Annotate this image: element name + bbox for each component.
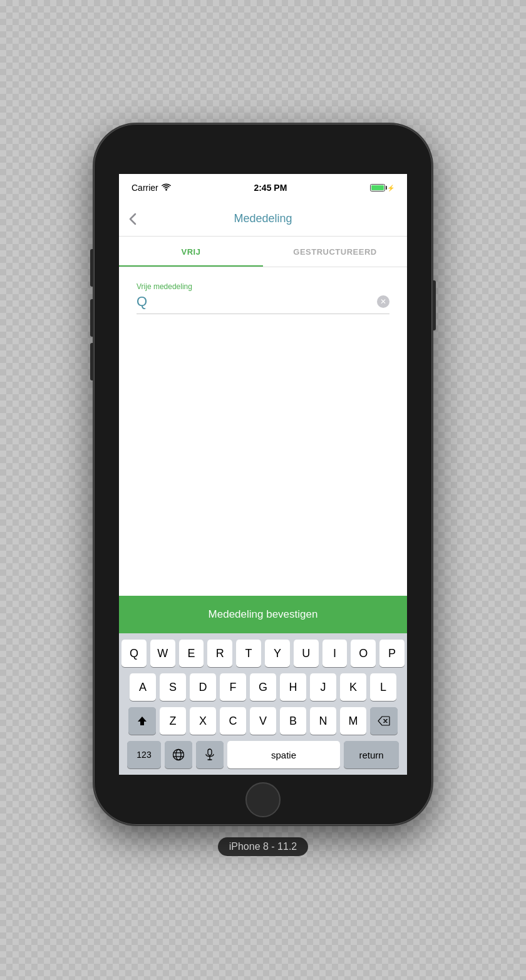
keyboard-row-3: Z X C V B N M	[121, 707, 405, 735]
input-value[interactable]: Q	[137, 293, 377, 310]
key-b[interactable]: B	[280, 707, 306, 735]
tab-vrij[interactable]: VRIJ	[119, 237, 263, 267]
confirm-button[interactable]: Mededeling bevestigen	[119, 596, 407, 633]
backspace-key[interactable]	[370, 707, 398, 735]
wifi-icon	[162, 183, 171, 193]
key-h[interactable]: H	[280, 673, 306, 701]
battery-icon	[370, 184, 385, 191]
key-e[interactable]: E	[179, 640, 204, 667]
key-m[interactable]: M	[340, 707, 366, 735]
key-x[interactable]: X	[190, 707, 216, 735]
phone-wrapper: Carrier 2:45 PM	[94, 124, 432, 856]
key-r[interactable]: R	[207, 640, 232, 667]
tabs-container: VRIJ GESTRUCTUREERD	[119, 237, 407, 267]
carrier-info: Carrier	[132, 183, 171, 193]
globe-key[interactable]	[165, 741, 192, 768]
page-title: Mededeling	[234, 212, 292, 225]
input-group: Vrije mededeling Q ✕	[137, 282, 389, 314]
bolt-icon: ⚡	[387, 185, 394, 191]
clear-button[interactable]: ✕	[377, 295, 389, 308]
carrier-label: Carrier	[132, 183, 158, 193]
key-g[interactable]: G	[250, 673, 276, 701]
status-time: 2:45 PM	[254, 183, 287, 193]
key-t[interactable]: T	[236, 640, 261, 667]
key-f[interactable]: F	[220, 673, 246, 701]
key-q[interactable]: Q	[121, 640, 147, 667]
numbers-key[interactable]: 123	[127, 741, 161, 768]
mic-key[interactable]	[196, 741, 224, 768]
home-button[interactable]	[245, 782, 281, 817]
keyboard-row-1: Q W E R T Y U I O P	[121, 640, 405, 667]
confirm-button-label: Mededeling bevestigen	[209, 608, 318, 621]
key-p[interactable]: P	[379, 640, 405, 667]
home-button-area	[245, 775, 281, 825]
battery-fill	[371, 185, 384, 190]
nav-header: Mededeling	[119, 202, 407, 237]
key-y[interactable]: Y	[265, 640, 290, 667]
input-row: Q ✕	[137, 293, 389, 314]
keyboard-row-4: 123	[121, 741, 405, 768]
key-k[interactable]: K	[340, 673, 366, 701]
device-label: iPhone 8 - 11.2	[218, 837, 309, 856]
key-j[interactable]: J	[310, 673, 336, 701]
content-area: Vrije mededeling Q ✕	[119, 267, 407, 596]
svg-point-2	[176, 750, 181, 760]
key-l[interactable]: L	[370, 673, 396, 701]
keyboard: Q W E R T Y U I O P A S D F G	[119, 633, 407, 775]
svg-point-1	[173, 750, 184, 760]
key-w[interactable]: W	[150, 640, 175, 667]
key-d[interactable]: D	[190, 673, 216, 701]
key-c[interactable]: C	[220, 707, 246, 735]
input-label: Vrije mededeling	[137, 282, 389, 291]
shift-key[interactable]	[128, 707, 156, 735]
space-key[interactable]: spatie	[227, 741, 340, 768]
status-bar: Carrier 2:45 PM	[119, 174, 407, 202]
key-z[interactable]: Z	[160, 707, 186, 735]
battery-area: ⚡	[370, 184, 394, 191]
back-button[interactable]	[129, 213, 137, 225]
keyboard-row-2: A S D F G H J K L	[121, 673, 405, 701]
key-a[interactable]: A	[130, 673, 156, 701]
return-key[interactable]: return	[344, 741, 399, 768]
phone-body: Carrier 2:45 PM	[94, 124, 432, 825]
tab-gestructureerd[interactable]: GESTRUCTUREERD	[263, 237, 407, 267]
key-n[interactable]: N	[310, 707, 336, 735]
screen: Carrier 2:45 PM	[119, 174, 407, 775]
key-v[interactable]: V	[250, 707, 276, 735]
svg-rect-5	[208, 749, 212, 755]
key-o[interactable]: O	[351, 640, 376, 667]
key-u[interactable]: U	[294, 640, 319, 667]
key-s[interactable]: S	[160, 673, 186, 701]
key-i[interactable]: I	[322, 640, 348, 667]
svg-point-0	[165, 189, 167, 190]
